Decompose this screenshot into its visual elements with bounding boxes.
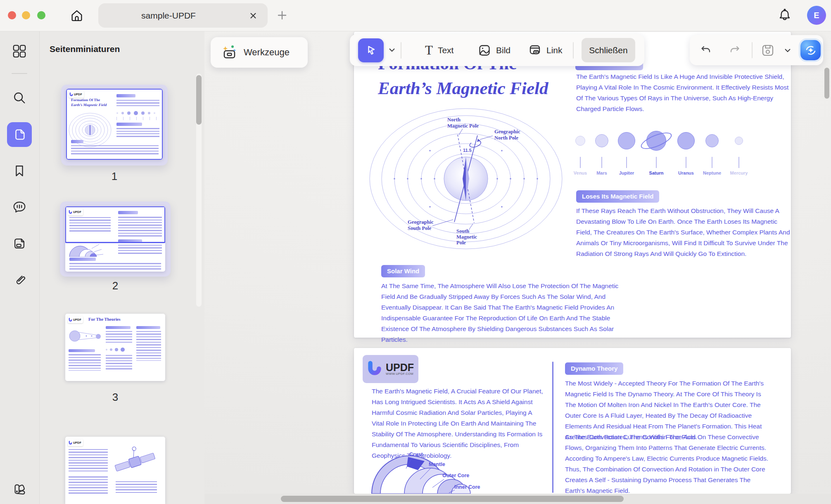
sidebar-item-attachments[interactable]: [7, 267, 32, 292]
thumb-badge: [71, 140, 83, 143]
text-lines: [118, 217, 162, 237]
magnetic-field-diagram: 11.5 North Magnetic Pole Geographic Nort…: [370, 111, 566, 258]
notifications-button[interactable]: [776, 6, 794, 24]
undo-icon: [700, 44, 712, 57]
vertical-scrollbar-handle[interactable]: [824, 68, 829, 99]
thumb1-mini-diagram: [68, 109, 112, 150]
updf-logo-image[interactable]: UPDF WWW.UPDF.COM: [363, 355, 418, 383]
text-tool-icon: T: [425, 44, 433, 57]
core-label-outer-core: Outer Core: [442, 473, 469, 478]
comment-icon: [12, 200, 27, 215]
plus-icon: [277, 10, 287, 20]
text-lines: [69, 476, 108, 495]
north-magnetic-pole-label-2: Magnetic Pole: [447, 123, 479, 129]
text-lines: [69, 263, 161, 270]
page-icon: [12, 128, 26, 142]
save-button[interactable]: [761, 43, 775, 57]
traffic-light-zoom[interactable]: [37, 11, 45, 19]
save-dropdown[interactable]: [784, 48, 791, 52]
paperclip-icon: [12, 273, 26, 287]
page-number-3: 3: [112, 391, 118, 404]
thumb-planets: [116, 111, 155, 115]
sidebar-item-form[interactable]: [7, 231, 32, 256]
image-tool-button[interactable]: Bild: [478, 34, 510, 66]
horizontal-scrollbar-handle[interactable]: [281, 496, 624, 502]
traffic-light-close[interactable]: [8, 11, 16, 19]
image-tool-label: Bild: [496, 45, 510, 55]
sidebar-item-search[interactable]: [7, 85, 32, 110]
bell-icon: [777, 8, 792, 23]
updf-logo-chip: UPDF: [68, 208, 83, 215]
select-tool-button[interactable]: [358, 38, 384, 62]
north-magnetic-pole-label-1: North: [447, 117, 461, 123]
link-tool-icon: [528, 44, 541, 57]
text-lines: [116, 481, 157, 495]
new-tab-button[interactable]: [273, 7, 291, 24]
dynamo-paragraph-2: As The Earth Rotates, The Coriolis Force…: [565, 432, 772, 496]
redo-icon: [729, 44, 741, 57]
thumbnail-page-4[interactable]: UPDF: [65, 437, 165, 504]
loses-field-badge: Loses Its Magnetic Field: [576, 190, 659, 203]
document-viewport: Formation Of The Earth’s Magnetic Field …: [204, 31, 831, 504]
text-lines: [118, 245, 162, 255]
dynamo-theory-badge: Dynamo Theory: [565, 362, 623, 375]
undo-button[interactable]: [700, 44, 712, 57]
earth-core-diagram: Crust Mantle Outer Core Inner Core: [370, 448, 535, 494]
select-tool-dropdown[interactable]: [389, 48, 395, 52]
text-lines: [71, 145, 159, 155]
sidebar-item-color-swatches[interactable]: [7, 477, 32, 502]
text-lines: [116, 128, 159, 138]
toolbar-divider: [752, 42, 753, 58]
panel-scrollbar-track[interactable]: [196, 73, 202, 307]
geographic-north-pole-label-1: Geographic: [494, 129, 520, 135]
close-icon: [249, 12, 257, 19]
close-tab-button[interactable]: [248, 10, 259, 21]
document-tab[interactable]: sample-UPDF: [98, 3, 268, 28]
panel-scrollbar-handle[interactable]: [196, 75, 202, 125]
sidebar-divider: [12, 73, 27, 74]
panel-title: Seitenminiaturen: [50, 44, 120, 54]
thumbnail-page-2-preview: UPDF: [65, 206, 165, 272]
thumb-badge: [69, 258, 96, 261]
geographic-south-pole-label-2: South Pole: [408, 225, 432, 231]
tools-button[interactable]: Werkzeuge: [211, 37, 308, 68]
avatar-letter: E: [814, 11, 819, 20]
traffic-light-minimize[interactable]: [22, 11, 30, 19]
text-lines: [69, 217, 111, 232]
thumb-badge: [136, 326, 160, 329]
thumbnail-page-2[interactable]: UPDF: [60, 201, 171, 277]
page-number-1: 1: [112, 170, 117, 183]
ai-assistant-icon: [804, 43, 818, 57]
thumb4-satellite: [112, 442, 159, 479]
save-icon: [761, 43, 775, 57]
user-avatar[interactable]: E: [807, 6, 826, 25]
thumbnail-page-1[interactable]: UPDF Formation Of The Earth’s Magnetic F…: [61, 85, 168, 166]
close-edit-mode-button[interactable]: Schließen: [582, 38, 635, 62]
tab-title: sample-UPDF: [98, 3, 239, 28]
link-tool-button[interactable]: Link: [528, 34, 563, 66]
thumb-planets: [106, 348, 125, 352]
south-magnetic-pole-label-2: Magnetic: [456, 234, 477, 240]
sidebar-item-grid[interactable]: [7, 39, 32, 64]
updf-logo-chip: UPDF: [68, 316, 83, 323]
core-label-crust: Crust: [409, 452, 423, 457]
thumbnail-page-3[interactable]: UPDF For The Theories: [65, 314, 165, 381]
text-lines: [106, 331, 132, 344]
text-tool-button[interactable]: T Text: [425, 34, 453, 66]
thumb-badge: [118, 211, 138, 214]
core-label-inner-core: Inner Core: [454, 484, 480, 490]
thumb-badge: [106, 326, 131, 329]
toolbar-divider: [573, 42, 574, 59]
sidebar-item-page-thumbnails[interactable]: [7, 122, 32, 147]
image-tool-icon: [478, 44, 491, 57]
redo-button[interactable]: [729, 44, 741, 57]
home-button[interactable]: [68, 7, 86, 24]
sidebar-item-bookmarks[interactable]: [7, 159, 32, 183]
ai-assistant-button[interactable]: [800, 40, 821, 60]
sidebar-item-comments[interactable]: [7, 195, 32, 220]
window-titlebar: sample-UPDF E: [0, 0, 831, 31]
page1-intro-paragraph: The Earth's Magnetic Field Is Like A Hug…: [576, 71, 794, 114]
horizontal-scrollbar-track[interactable]: [204, 494, 831, 504]
home-icon: [69, 8, 84, 23]
loses-field-paragraph: If These Rays Reach The Earth Without Ob…: [576, 206, 794, 259]
